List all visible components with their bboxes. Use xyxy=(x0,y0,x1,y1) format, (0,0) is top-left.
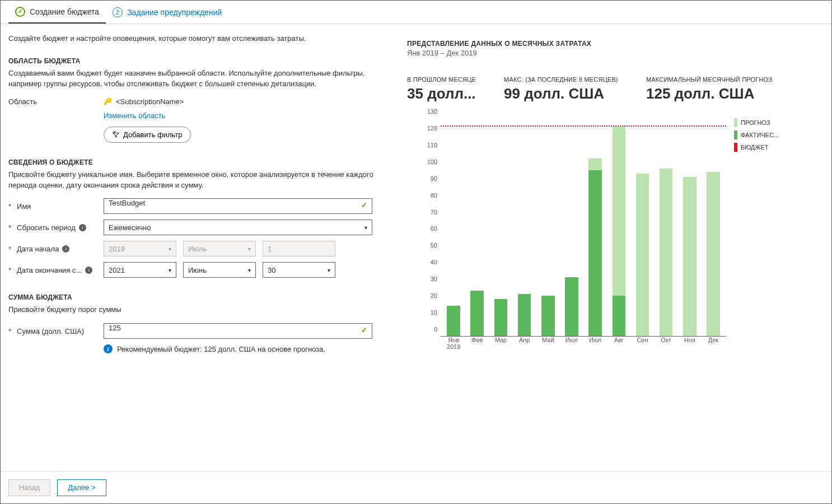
section-title: СУММА БЮДЖЕТА xyxy=(8,293,389,301)
actual-bar xyxy=(565,277,578,336)
preview-subtitle: Янв 2019 – Дек 2019 xyxy=(407,49,807,57)
key-icon xyxy=(104,97,111,105)
start-day-field: 1 xyxy=(263,241,335,256)
checkmark-icon: ✓ xyxy=(15,7,25,17)
start-month-value: Июль xyxy=(188,245,207,253)
x-tick: Июл xyxy=(563,337,580,350)
y-tick: 130 xyxy=(413,108,437,115)
bar-group xyxy=(705,118,722,336)
funnel-plus-icon xyxy=(112,130,120,139)
next-button[interactable]: Далее > xyxy=(57,479,106,496)
end-month-select[interactable]: Июнь ▾ xyxy=(183,262,256,278)
y-tick: 90 xyxy=(413,175,437,182)
stats-row: В ПРОШЛОМ МЕСЯЦЕ 35 долл... МАКС. (ЗА ПО… xyxy=(407,76,807,102)
chevron-down-icon: ▾ xyxy=(169,246,171,252)
stat-last-month: В ПРОШЛОМ МЕСЯЦЕ 35 долл... xyxy=(407,76,476,102)
reset-period-select[interactable]: Ежемесячно ▾ xyxy=(104,220,372,235)
start-year-select: 2019 ▾ xyxy=(104,241,176,256)
swatch-icon xyxy=(734,130,737,139)
stat-label: МАКСИМАЛЬНЫЙ МЕСЯЧНЫЙ ПРОГНОЗ xyxy=(646,76,772,83)
legend-label: БЮДЖЕТ xyxy=(741,144,769,151)
y-tick: 100 xyxy=(413,158,437,165)
footer: Назад Далее > xyxy=(1,471,831,503)
y-tick: 110 xyxy=(413,142,437,148)
actual-bar xyxy=(470,291,484,336)
actual-bar xyxy=(447,306,460,336)
x-tick: Апр xyxy=(516,337,533,350)
x-tick: Авг xyxy=(610,337,627,350)
add-filter-button[interactable]: Добавить фильтр xyxy=(104,127,191,143)
x-tick: Янв 2019 xyxy=(445,337,462,350)
start-date-label: Дата начала xyxy=(17,245,59,253)
chevron-down-icon: ▾ xyxy=(169,267,171,273)
end-year-value: 2021 xyxy=(109,266,125,274)
legend-actual: ФАКТИЧЕС... xyxy=(734,130,796,139)
cost-preview-column: ПРЕДСТАВЛЕНИЕ ДАННЫХ О МЕСЯЧНЫХ ЗАТРАТАХ… xyxy=(407,34,824,471)
actual-bar xyxy=(494,299,508,336)
form-column: Создайте бюджет и настройте оповещения, … xyxy=(8,34,389,471)
y-tick: 0 xyxy=(413,326,437,333)
actual-bar xyxy=(541,296,555,336)
preview-title: ПРЕДСТАВЛЕНИЕ ДАННЫХ О МЕСЯЧНЫХ ЗАТРАТАХ xyxy=(407,40,807,48)
reset-period-value: Ежемесячно xyxy=(109,223,151,232)
x-tick: Мар xyxy=(492,337,509,350)
chevron-down-icon: ▾ xyxy=(364,225,367,231)
chevron-down-icon: ▾ xyxy=(248,246,251,252)
cost-chart: 0102030405060708090100110120130 Янв 2019… xyxy=(407,118,726,353)
info-icon[interactable]: i xyxy=(62,245,69,253)
start-month-select: Июль ▾ xyxy=(183,241,256,256)
section-scope: ОБЛАСТЬ БЮДЖЕТА Создаваемый вами бюджет … xyxy=(8,57,389,143)
back-button: Назад xyxy=(8,479,50,496)
section-title: ОБЛАСТЬ БЮДЖЕТА xyxy=(8,57,389,65)
info-icon: i xyxy=(104,344,113,353)
tab-create-budget[interactable]: ✓ Создание бюджета xyxy=(8,1,106,24)
y-tick: 30 xyxy=(413,276,437,282)
stat-label: В ПРОШЛОМ МЕСЯЦЕ xyxy=(407,76,476,83)
info-icon[interactable]: i xyxy=(79,224,86,231)
amount-input[interactable]: 125 xyxy=(104,323,372,339)
name-label: Имя xyxy=(17,202,31,211)
legend-label: ПРОГНОЗ xyxy=(741,119,770,126)
forecast-bar xyxy=(683,177,697,336)
section-desc: Создаваемый вами бюджет будет назначен в… xyxy=(8,68,389,90)
scope-value: <SubscriptionName> xyxy=(116,97,184,106)
change-scope-link[interactable]: Изменить область xyxy=(104,111,165,120)
bar-group xyxy=(492,118,509,336)
section-amount: СУММА БЮДЖЕТА Присвойте бюджету порог су… xyxy=(8,293,389,353)
start-day-value: 1 xyxy=(268,245,272,253)
forecast-bar xyxy=(660,169,673,336)
chevron-down-icon: ▾ xyxy=(248,267,251,273)
bar-group xyxy=(681,118,698,336)
x-tick: Сен xyxy=(634,337,651,350)
tab-set-alerts[interactable]: 2 Задание предупреждений xyxy=(106,1,228,24)
scope-label: Область xyxy=(8,97,104,106)
stat-max-forecast: МАКСИМАЛЬНЫЙ МЕСЯЧНЫЙ ПРОГНОЗ 125 долл. … xyxy=(646,76,772,102)
end-day-select[interactable]: 30 ▾ xyxy=(263,262,335,278)
y-tick: 120 xyxy=(413,125,437,132)
amount-label: Сумма (долл. США) xyxy=(17,327,84,335)
actual-bar xyxy=(518,294,531,336)
step-number-badge: 2 xyxy=(113,7,123,17)
y-tick: 80 xyxy=(413,192,437,199)
swatch-icon xyxy=(734,143,737,152)
stat-value: 35 долл... xyxy=(407,85,476,102)
name-input[interactable]: TestBudget xyxy=(104,198,372,214)
bar-group xyxy=(587,118,604,336)
y-tick: 50 xyxy=(413,242,437,249)
name-value: TestBudget xyxy=(109,199,145,207)
y-tick: 40 xyxy=(413,259,437,265)
x-tick: Фев xyxy=(469,337,485,350)
start-year-value: 2019 xyxy=(109,245,125,253)
bar-group xyxy=(540,118,557,336)
bar-group xyxy=(658,118,675,336)
stat-value: 99 долл. США xyxy=(504,85,618,102)
legend-label: ФАКТИЧЕС... xyxy=(741,132,779,138)
info-icon[interactable]: i xyxy=(85,267,92,274)
end-year-select[interactable]: 2021 ▾ xyxy=(104,262,176,278)
section-details: СВЕДЕНИЯ О БЮДЖЕТЕ Присвойте бюджету уни… xyxy=(8,158,389,278)
y-tick: 10 xyxy=(413,309,437,316)
stat-label: МАКС. (ЗА ПОСЛЕДНИЕ 8 МЕСЯЦЕВ) xyxy=(504,76,618,83)
x-tick: Июл xyxy=(587,337,604,350)
wizard-tabs: ✓ Создание бюджета 2 Задание предупрежде… xyxy=(1,1,831,24)
end-date-label: Дата окончания с... xyxy=(17,266,82,274)
